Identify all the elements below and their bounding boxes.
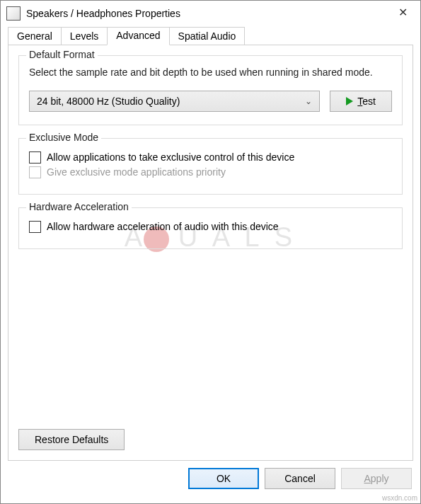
hw-accel-row: Allow hardware acceleration of audio wit… (29, 221, 392, 233)
exclusive-priority-row: Give exclusive mode applications priorit… (29, 166, 392, 178)
cancel-button[interactable]: Cancel (265, 468, 335, 489)
tab-content: A U A L S Default Format Select the samp… (8, 45, 413, 461)
apply-label: Apply (364, 473, 388, 484)
hw-accel-label: Allow hardware acceleration of audio wit… (47, 221, 279, 232)
exclusive-control-row: Allow applications to take exclusive con… (29, 151, 392, 164)
close-button[interactable]: ✕ (386, 1, 419, 23)
group-legend: Exclusive Mode (26, 132, 101, 143)
window-title: Speakers / Headphones Properties (26, 8, 386, 19)
ok-button[interactable]: OK (188, 468, 259, 489)
test-button-label: Test (357, 96, 376, 107)
format-select-value: 24 bit, 48000 Hz (Studio Quality) (37, 96, 180, 107)
default-format-desc: Select the sample rate and bit depth to … (29, 66, 392, 79)
hw-accel-checkbox[interactable] (29, 221, 41, 233)
group-default-format: Default Format Select the sample rate an… (18, 55, 403, 125)
exclusive-priority-checkbox (29, 166, 41, 178)
chevron-down-icon: ⌄ (305, 96, 312, 106)
format-select[interactable]: 24 bit, 48000 Hz (Studio Quality) ⌄ (29, 91, 320, 112)
ok-label: OK (217, 473, 231, 484)
restore-defaults-button[interactable]: Restore Defaults (18, 429, 125, 450)
play-icon (346, 97, 353, 105)
cancel-label: Cancel (284, 473, 316, 484)
apply-button: Apply (341, 468, 412, 489)
exclusive-priority-label: Give exclusive mode applications priorit… (47, 166, 226, 178)
title-bar: Speakers / Headphones Properties ✕ (1, 1, 420, 26)
group-exclusive-mode: Exclusive Mode Allow applications to tak… (18, 138, 403, 195)
group-legend: Default Format (26, 49, 98, 60)
app-icon (6, 6, 21, 21)
corner-watermark: wsxdn.com (382, 494, 417, 502)
restore-defaults-label: Restore Defaults (35, 434, 108, 445)
exclusive-control-checkbox[interactable] (29, 151, 41, 164)
group-legend: Hardware Acceleration (26, 201, 132, 212)
tab-levels[interactable]: Levels (61, 27, 108, 45)
tab-advanced[interactable]: Advanced (107, 27, 169, 45)
tab-general[interactable]: General (8, 27, 62, 45)
tab-bar: General Levels Advanced Spatial Audio (1, 27, 420, 45)
group-hardware-accel: Hardware Acceleration Allow hardware acc… (18, 207, 403, 249)
tab-spatial[interactable]: Spatial Audio (169, 27, 246, 45)
test-button[interactable]: Test (330, 91, 392, 112)
dialog-footer: OK Cancel Apply (1, 468, 420, 498)
exclusive-control-label: Allow applications to take exclusive con… (47, 151, 294, 163)
